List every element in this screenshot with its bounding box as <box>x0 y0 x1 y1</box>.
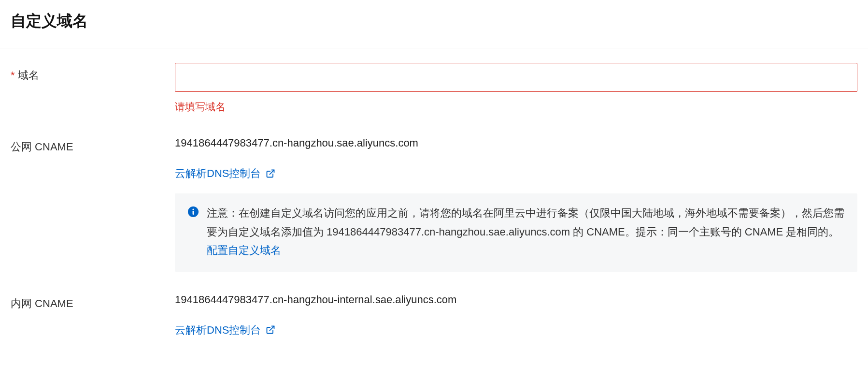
form-section: *域名 请填写域名 公网 CNAME 1941864447983477.cn-h… <box>0 48 868 367</box>
configure-custom-domain-link[interactable]: 配置自定义域名 <box>207 244 281 256</box>
field-internal-cname: 1941864447983477.cn-hangzhou-internal.sa… <box>175 291 857 338</box>
public-cname-notice-text: 注意：在创建自定义域名访问您的应用之前，请将您的域名在阿里云中进行备案（仅限中国… <box>207 204 845 260</box>
internal-cname-value: 1941864447983477.cn-hangzhou-internal.sa… <box>175 291 857 308</box>
domain-error: 请填写域名 <box>175 99 857 115</box>
external-link-icon <box>266 325 275 335</box>
svg-point-3 <box>192 209 194 210</box>
required-star: * <box>11 69 15 81</box>
row-public-cname: 公网 CNAME 1941864447983477.cn-hangzhou.sa… <box>11 134 857 272</box>
public-dns-console-link[interactable]: 云解析DNS控制台 <box>175 165 275 182</box>
public-cname-value: 1941864447983477.cn-hangzhou.sae.aliyunc… <box>175 134 857 151</box>
external-link-icon <box>266 169 275 178</box>
domain-input[interactable] <box>175 63 857 92</box>
public-cname-notice-body: 注意：在创建自定义域名访问您的应用之前，请将您的域名在阿里云中进行备案（仅限中国… <box>207 207 844 238</box>
label-internal-cname: 内网 CNAME <box>11 291 175 312</box>
svg-line-4 <box>270 326 274 331</box>
public-dns-console-link-text: 云解析DNS控制台 <box>175 165 261 182</box>
internal-dns-console-link[interactable]: 云解析DNS控制台 <box>175 322 275 338</box>
internal-dns-console-link-text: 云解析DNS控制台 <box>175 322 261 338</box>
svg-line-0 <box>270 170 274 174</box>
public-cname-notice: 注意：在创建自定义域名访问您的应用之前，请将您的域名在阿里云中进行备案（仅限中国… <box>175 193 857 272</box>
label-domain: *域名 <box>11 63 175 84</box>
page-title: 自定义域名 <box>0 0 868 48</box>
svg-rect-2 <box>193 211 194 215</box>
info-icon <box>187 206 199 218</box>
field-domain: 请填写域名 <box>175 63 857 115</box>
label-public-cname: 公网 CNAME <box>11 134 175 155</box>
label-domain-text: 域名 <box>18 69 39 81</box>
row-domain: *域名 请填写域名 <box>11 63 857 115</box>
field-public-cname: 1941864447983477.cn-hangzhou.sae.aliyunc… <box>175 134 857 272</box>
row-internal-cname: 内网 CNAME 1941864447983477.cn-hangzhou-in… <box>11 291 857 338</box>
